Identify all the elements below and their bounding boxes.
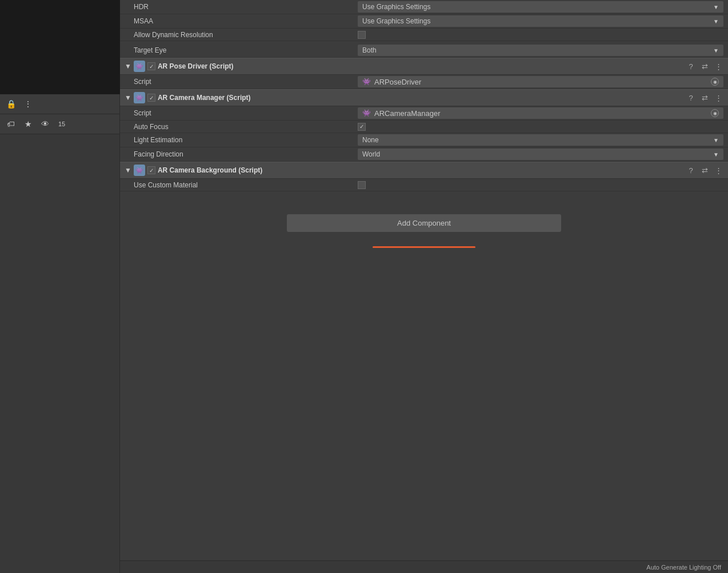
facing-direction-label: Facing Direction	[129, 150, 358, 158]
status-bar: Auto Generate Lighting Off	[120, 560, 728, 573]
msaa-label: MSAA	[129, 17, 358, 25]
target-eye-value: Both ▼	[358, 45, 723, 56]
hdr-label: HDR	[129, 3, 358, 11]
allow-dynamic-resolution-row: Allow Dynamic Resolution	[120, 29, 728, 41]
ar-camera-background-settings-icon[interactable]: ⇄	[699, 165, 710, 175]
ar-camera-manager-script-dot[interactable]: ◉	[711, 109, 719, 117]
ar-camera-manager-script-value: 👾 ARCameraManager ◉	[358, 107, 723, 119]
eye-icon[interactable]: 👁	[39, 118, 51, 130]
ar-camera-manager-script-row: Script 👾 ARCameraManager ◉	[120, 106, 728, 121]
ar-camera-manager-toggle[interactable]: ✓	[147, 94, 155, 102]
msaa-dropdown-arrow: ▼	[713, 18, 719, 25]
add-component-button[interactable]: Add Component	[287, 214, 561, 232]
toolbar-row-2: 🏷 ★ 👁 15	[0, 114, 119, 134]
msaa-row: MSAA Use Graphics Settings ▼	[120, 14, 728, 29]
ar-camera-manager-title: AR Camera Manager (Script)	[158, 94, 686, 102]
toolbar-row: 🔒 ⋮	[0, 94, 119, 114]
use-custom-material-label: Use Custom Material	[129, 181, 358, 189]
ar-pose-driver-help-icon[interactable]: ?	[686, 61, 696, 71]
allow-dynamic-resolution-label: Allow Dynamic Resolution	[129, 31, 358, 39]
ar-pose-driver-script-row: Script 👾 ARPoseDriver ◉	[120, 75, 728, 89]
ar-camera-background-icon: 👾	[134, 165, 145, 176]
ar-camera-manager-header: ▼ 👾 ✓ AR Camera Manager (Script) ? ⇄ ⋮	[120, 89, 728, 106]
star-icon[interactable]: ★	[22, 118, 34, 130]
empty-area	[120, 255, 728, 426]
facing-direction-dropdown-arrow: ▼	[713, 151, 719, 158]
hdr-value: Use Graphics Settings ▼	[358, 1, 723, 13]
tag-icon[interactable]: 🏷	[5, 118, 17, 130]
ar-pose-driver-script-label: Script	[129, 78, 358, 86]
inspector-panel: HDR Use Graphics Settings ▼ MSAA Use Gra…	[120, 0, 728, 573]
ar-camera-manager-script-label: Script	[129, 109, 358, 117]
facing-direction-dropdown[interactable]: World ▼	[358, 149, 723, 160]
ar-pose-driver-toggle[interactable]: ✓	[147, 62, 155, 70]
facing-direction-value: World ▼	[358, 149, 723, 160]
ar-camera-background-help-icon[interactable]: ?	[686, 165, 696, 175]
ar-camera-background-more-icon[interactable]: ⋮	[713, 165, 723, 175]
hdr-row: HDR Use Graphics Settings ▼	[120, 0, 728, 14]
menu-icon[interactable]: ⋮	[22, 98, 34, 110]
add-component-wrapper: Add Component	[120, 191, 728, 255]
light-estimation-row: Light Estimation None ▼	[120, 133, 728, 147]
ar-pose-driver-icon: 👾	[134, 61, 145, 72]
status-bar-label: Auto Generate Lighting Off	[646, 564, 721, 571]
ar-pose-driver-script-icon: 👾	[362, 78, 371, 86]
hdr-dropdown-arrow: ▼	[713, 4, 719, 10]
light-estimation-dropdown[interactable]: None ▼	[358, 134, 723, 146]
ar-pose-driver-settings-icon[interactable]: ⇄	[699, 61, 710, 71]
allow-dynamic-resolution-value	[358, 31, 723, 39]
ar-camera-manager-more-icon[interactable]: ⋮	[713, 93, 723, 103]
ar-pose-driver-section-icons: ? ⇄ ⋮	[686, 61, 723, 71]
ar-pose-driver-script-value: 👾 ARPoseDriver ◉	[358, 76, 723, 87]
ar-pose-driver-title: AR Pose Driver (Script)	[158, 62, 686, 70]
ar-camera-manager-collapse[interactable]: ▼	[125, 94, 131, 102]
ar-camera-manager-icon: 👾	[134, 92, 145, 103]
auto-focus-label: Auto Focus	[129, 123, 358, 131]
auto-focus-row: Auto Focus ✓	[120, 121, 728, 133]
preview-area	[0, 0, 120, 94]
msaa-value: Use Graphics Settings ▼	[358, 15, 723, 27]
ar-camera-manager-script-field: 👾 ARCameraManager ◉	[358, 107, 723, 119]
msaa-dropdown[interactable]: Use Graphics Settings ▼	[358, 15, 723, 27]
ar-camera-manager-help-icon[interactable]: ?	[686, 93, 696, 103]
ar-pose-driver-more-icon[interactable]: ⋮	[713, 61, 723, 71]
ar-camera-manager-script-icon: 👾	[362, 109, 371, 117]
light-estimation-label: Light Estimation	[129, 136, 358, 144]
left-panel: 🔒 ⋮ 🏷 ★ 👁 15	[0, 0, 120, 573]
ar-camera-manager-section-icons: ? ⇄ ⋮	[686, 93, 723, 103]
ar-pose-driver-script-dot[interactable]: ◉	[711, 78, 719, 86]
use-custom-material-value	[358, 181, 723, 189]
lock-icon[interactable]: 🔒	[5, 98, 17, 110]
ar-camera-background-title: AR Camera Background (Script)	[158, 166, 686, 174]
allow-dynamic-resolution-checkbox[interactable]	[358, 31, 366, 39]
ar-camera-background-toggle[interactable]: ✓	[147, 166, 155, 174]
light-estimation-dropdown-arrow: ▼	[713, 137, 719, 143]
light-estimation-value: None ▼	[358, 134, 723, 146]
target-eye-dropdown-arrow: ▼	[713, 47, 719, 54]
facing-direction-row: Facing Direction World ▼	[120, 147, 728, 162]
ar-pose-driver-collapse[interactable]: ▼	[125, 62, 131, 70]
use-custom-material-row: Use Custom Material	[120, 179, 728, 191]
hdr-dropdown[interactable]: Use Graphics Settings ▼	[358, 1, 723, 13]
ar-camera-background-collapse[interactable]: ▼	[125, 166, 131, 174]
ar-camera-background-section-icons: ? ⇄ ⋮	[686, 165, 723, 175]
auto-focus-value: ✓	[358, 123, 723, 131]
badge: 15	[56, 120, 67, 128]
ar-pose-driver-header: ▼ 👾 ✓ AR Pose Driver (Script) ? ⇄ ⋮	[120, 58, 728, 75]
use-custom-material-checkbox[interactable]	[358, 181, 366, 189]
ar-camera-manager-settings-icon[interactable]: ⇄	[699, 93, 710, 103]
target-eye-row: Target Eye Both ▼	[120, 43, 728, 58]
target-eye-label: Target Eye	[129, 46, 358, 54]
ar-pose-driver-script-field: 👾 ARPoseDriver ◉	[358, 76, 723, 87]
ar-camera-background-header: ▼ 👾 ✓ AR Camera Background (Script) ? ⇄ …	[120, 162, 728, 179]
target-eye-dropdown[interactable]: Both ▼	[358, 45, 723, 56]
underline-accent	[373, 246, 475, 248]
auto-focus-checkbox[interactable]: ✓	[358, 123, 366, 131]
